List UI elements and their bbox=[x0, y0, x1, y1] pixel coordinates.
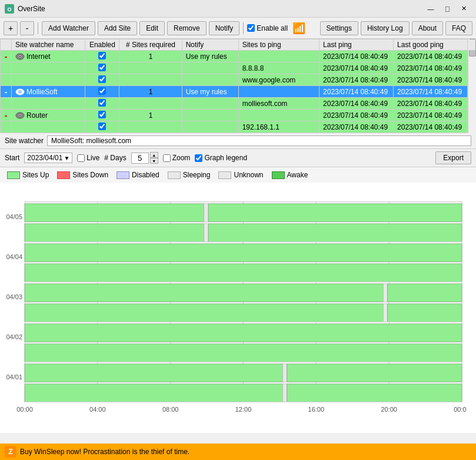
row-enabled-checkbox[interactable] bbox=[98, 52, 106, 59]
col-sites-header: Sites to ping bbox=[238, 39, 319, 51]
row-sites-to-ping: www.google.com bbox=[238, 74, 319, 86]
svg-rect-52 bbox=[25, 364, 282, 382]
col-lastgood-header: Last good ping bbox=[394, 39, 468, 51]
controls-bar: Start 2023/04/01 ▼ Live # Days ▲ ▼ Zoom … bbox=[0, 149, 476, 167]
graph-legend-checkbox[interactable] bbox=[195, 154, 202, 162]
svg-rect-29 bbox=[25, 224, 204, 242]
table-row[interactable]: 8.8.8.82023/07/14 08:40:492023/07/14 08:… bbox=[1, 62, 476, 74]
edit-button[interactable]: Edit bbox=[139, 21, 165, 35]
svg-text:04/02: 04/02 bbox=[6, 333, 22, 340]
table-row[interactable]: www.google.com2023/07/14 08:40:492023/07… bbox=[1, 74, 476, 86]
row-enabled-checkbox[interactable] bbox=[98, 123, 106, 130]
minimize-button[interactable]: — bbox=[423, 3, 438, 15]
svg-rect-54 bbox=[282, 364, 287, 382]
days-down-button[interactable]: ▼ bbox=[150, 158, 158, 164]
row-last-good-ping: 2023/07/14 08:40:49 bbox=[394, 51, 468, 62]
enable-all-label: Enable all bbox=[257, 24, 288, 32]
history-log-button[interactable]: History Log bbox=[361, 21, 410, 35]
app-title: OverSite bbox=[18, 5, 423, 13]
date-dropdown-icon[interactable]: ▼ bbox=[64, 155, 69, 161]
faq-button[interactable]: FAQ bbox=[445, 21, 472, 35]
svg-rect-37 bbox=[25, 264, 462, 282]
legend-color-box bbox=[7, 171, 20, 179]
row-last-ping: 2023/07/14 08:40:49 bbox=[319, 86, 394, 98]
legend-item: Sites Down bbox=[57, 171, 108, 179]
date-picker[interactable]: 2023/04/01 ▼ bbox=[24, 153, 72, 163]
minus-button[interactable]: - bbox=[2, 87, 10, 97]
days-up-button[interactable]: ▲ bbox=[150, 152, 158, 158]
svg-rect-31 bbox=[204, 224, 208, 242]
watcher-icon bbox=[15, 53, 25, 60]
enable-all-checkbox[interactable] bbox=[247, 24, 255, 32]
days-input[interactable] bbox=[131, 153, 149, 164]
close-button[interactable]: ✕ bbox=[456, 3, 471, 15]
add-watcher-button[interactable]: Add Watcher bbox=[42, 21, 95, 35]
svg-text:04/05: 04/05 bbox=[6, 213, 22, 220]
table-row[interactable]: molliesoft.com2023/07/14 08:40:492023/07… bbox=[1, 98, 476, 110]
svg-point-7 bbox=[19, 91, 21, 93]
svg-rect-41 bbox=[25, 304, 383, 322]
row-notify bbox=[182, 110, 238, 121]
graph-legend-checkbox-label[interactable]: Graph legend bbox=[195, 154, 247, 162]
row-enabled-checkbox[interactable] bbox=[98, 111, 106, 118]
svg-text:O: O bbox=[7, 6, 11, 12]
export-button[interactable]: Export bbox=[435, 151, 471, 164]
row-last-ping: 2023/07/14 08:40:49 bbox=[319, 110, 394, 121]
row-sites-to-ping: 192.168.1.1 bbox=[238, 121, 319, 133]
enable-all-checkbox-label[interactable]: Enable all bbox=[247, 24, 288, 32]
row-notify: Use my rules bbox=[182, 86, 238, 98]
live-checkbox-label[interactable]: Live bbox=[77, 154, 99, 162]
svg-rect-40 bbox=[25, 284, 383, 302]
row-sites-to-ping bbox=[238, 86, 319, 98]
bottom-message: Buy WinSleep now! Procrastination is the… bbox=[20, 448, 189, 456]
separator-1 bbox=[38, 22, 38, 34]
row-sites-required: 1 bbox=[119, 51, 182, 62]
add-site-button[interactable]: Add Site bbox=[98, 21, 137, 35]
svg-text:04/03: 04/03 bbox=[6, 293, 22, 300]
row-name: MollieSoft bbox=[26, 88, 58, 96]
svg-text:04/01: 04/01 bbox=[6, 373, 22, 380]
right-toolbar: Settings History Log About FAQ bbox=[320, 21, 472, 35]
svg-rect-36 bbox=[25, 244, 462, 262]
table-row[interactable]: -Internet1Use my rules2023/07/14 08:40:4… bbox=[1, 51, 476, 62]
row-name: Router bbox=[26, 111, 48, 120]
live-checkbox[interactable] bbox=[77, 154, 85, 162]
remove-button[interactable]: Remove bbox=[167, 21, 207, 35]
svg-text:00:00: 00:00 bbox=[16, 406, 33, 413]
remove-small-button[interactable]: - bbox=[20, 21, 34, 35]
legend-item: Sleeping bbox=[168, 171, 211, 179]
row-enabled-checkbox[interactable] bbox=[98, 75, 106, 83]
table-scrollbar[interactable] bbox=[468, 39, 476, 133]
wifi-icon: 📶 bbox=[292, 22, 305, 35]
app-icon: O bbox=[5, 4, 14, 14]
legend-color-box bbox=[218, 171, 231, 179]
settings-button[interactable]: Settings bbox=[320, 21, 358, 35]
zoom-checkbox-label[interactable]: Zoom bbox=[163, 154, 191, 162]
table-row[interactable]: 192.168.1.12023/07/14 08:40:492023/07/14… bbox=[1, 121, 476, 133]
row-enabled-checkbox[interactable] bbox=[98, 64, 106, 71]
row-enabled-checkbox[interactable] bbox=[98, 87, 106, 95]
table-row[interactable]: -Router12023/07/14 08:40:492023/07/14 08… bbox=[1, 110, 476, 121]
about-button[interactable]: About bbox=[412, 21, 443, 35]
svg-rect-45 bbox=[388, 304, 462, 322]
minus-button[interactable]: - bbox=[2, 52, 10, 61]
svg-rect-42 bbox=[383, 284, 387, 302]
add-button[interactable]: + bbox=[4, 21, 18, 35]
notify-button[interactable]: Notify bbox=[209, 21, 240, 35]
row-last-good-ping: 2023/07/14 08:40:49 bbox=[394, 110, 468, 121]
live-label: Live bbox=[86, 154, 99, 162]
minus-button[interactable]: - bbox=[2, 111, 10, 120]
svg-rect-56 bbox=[287, 364, 462, 382]
row-enabled-checkbox[interactable] bbox=[98, 99, 106, 107]
table-row[interactable]: -MollieSoft1Use my rules2023/07/14 08:40… bbox=[1, 86, 476, 98]
row-notify bbox=[182, 74, 238, 86]
svg-text:16:00: 16:00 bbox=[308, 406, 325, 413]
col-sites-req-header: # Sites required bbox=[119, 39, 182, 51]
start-label: Start bbox=[5, 154, 19, 162]
legend-color-box bbox=[272, 171, 285, 179]
legend-label: Disabled bbox=[132, 171, 159, 179]
maximize-button[interactable]: ⎕ bbox=[440, 3, 455, 15]
legend-item: Unknown bbox=[218, 171, 263, 179]
titlebar: O OverSite — ⎕ ✕ bbox=[0, 0, 476, 18]
zoom-checkbox[interactable] bbox=[163, 154, 171, 162]
